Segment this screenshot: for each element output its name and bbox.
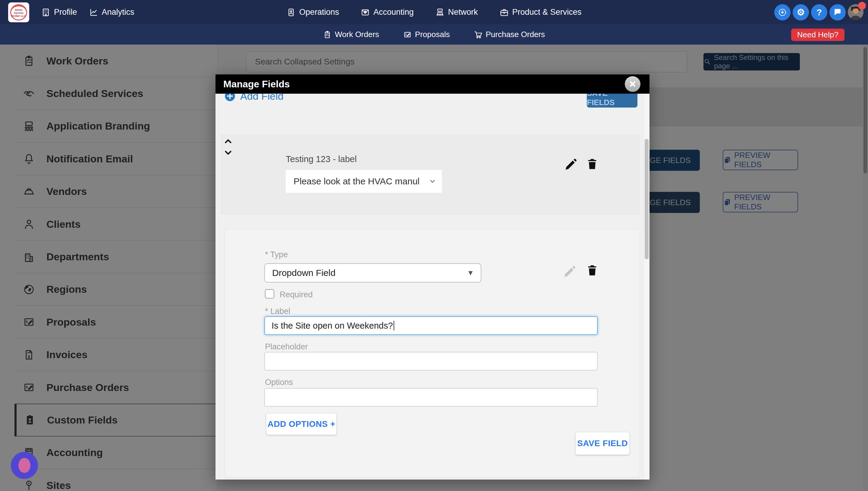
briefcase-icon [500,8,509,17]
placeholder-label: Placeholder [265,342,308,351]
field-editor-card: * Type Dropdown Field ▼ Required * Label… [225,229,640,477]
placeholder-input[interactable] [264,352,598,371]
type-select-value: Dropdown Field [272,268,335,278]
subnav-item-label: Purchase Orders [485,30,545,39]
pencil-icon [564,158,578,172]
nav-item-label: Accounting [373,7,414,17]
nav-item-profile[interactable]: Profile [41,7,77,17]
type-label: * Type [265,250,288,259]
nav-item-label: Network [448,7,478,17]
logo-line: Broker LLC [11,15,26,18]
chat-widget-icon [18,458,30,473]
nav-item-label: Profile [54,7,77,17]
modal-scrollbar[interactable] [643,94,649,480]
existing-field-dropdown-value: Please look at the HVAC manul [293,176,420,186]
add-field-label: Add Field [240,94,284,102]
save-fields-button[interactable]: SAVE FIELDS [587,94,638,108]
id-badge-icon [287,8,296,17]
org-chart-icon [436,8,445,17]
history-button[interactable] [774,4,790,21]
company-logo[interactable]: Demo Service Broker LLC [8,2,29,22]
close-button[interactable] [625,76,640,92]
settings-button[interactable]: ⚙ [793,4,809,21]
manage-fields-modal: Add Field SAVE FIELDS Testing 123 - labe… [216,75,649,480]
add-field-link[interactable]: Add Field [224,94,284,102]
type-select[interactable]: Dropdown Field ▼ [264,263,481,283]
need-help-label: Need Help? [797,30,838,39]
shopping-cart-icon [474,30,482,39]
edit-field-button[interactable] [564,158,578,172]
gear-icon: ⚙ [797,7,805,18]
nav-item-accounting[interactable]: Accounting [361,7,414,17]
clipboard-icon [323,30,332,39]
secondary-navbar: Work Orders Proposals Purchase Orders Ne… [0,24,868,45]
subnav-item-work-orders[interactable]: Work Orders [323,30,379,39]
existing-field-dropdown[interactable]: Please look at the HVAC manul [286,170,442,193]
required-checkbox[interactable] [265,289,274,298]
notification-dot [858,2,866,10]
label-input[interactable]: Is the Site open on Weekends? [264,316,598,335]
top-navbar: Demo Service Broker LLC Profile Analytic… [0,0,868,24]
save-field-button[interactable]: SAVE FIELD [576,432,629,455]
caret-down-icon: ▼ [467,269,474,277]
nav-item-label: Operations [299,7,339,17]
money-envelope-icon [361,8,370,17]
trash-icon [585,264,599,278]
subnav-item-proposals[interactable]: Proposals [403,30,450,39]
chevron-down-icon [428,177,437,185]
move-up-icon[interactable] [223,136,233,146]
trash-icon [585,157,599,171]
close-icon [629,80,637,88]
building-icon [41,8,50,17]
existing-field-label: Testing 123 - label [286,154,357,164]
options-input[interactable] [264,388,598,407]
chat-button[interactable] [830,4,846,21]
chat-widget-launcher[interactable] [11,452,38,479]
nav-item-label: Product & Services [512,7,582,17]
nav-item-analytics[interactable]: Analytics [89,7,134,17]
pencil-icon [562,265,576,279]
question-mark-icon: ? [816,7,822,18]
clock-download-icon [778,8,787,17]
chat-bubble-icon [833,8,842,17]
logo-line: Service [14,11,24,15]
modal-header: Manage Fields [216,75,649,94]
modal-scrollbar-thumb[interactable] [645,139,649,259]
move-down-icon[interactable] [223,148,233,158]
label-label: * Label [265,307,290,316]
document-pen-icon [403,30,412,39]
label-input-value: Is the Site open on Weekends? [272,321,393,331]
company-logo-ring: Demo Service Broker LLC [10,4,27,21]
nav-item-operations[interactable]: Operations [287,7,339,17]
delete-new-field-button[interactable] [585,264,599,278]
save-field-label: SAVE FIELD [577,439,628,448]
save-fields-label: SAVE FIELDS [587,94,638,107]
nav-item-network[interactable]: Network [436,7,478,17]
subnav-item-label: Work Orders [335,30,379,39]
subnav-item-purchase-orders[interactable]: Purchase Orders [474,30,545,39]
add-options-label: ADD OPTIONS + [267,419,335,429]
options-label: Options [265,378,293,387]
user-avatar[interactable] [848,4,864,21]
text-cursor [394,321,394,330]
delete-field-button[interactable] [585,157,599,171]
edit-field-button-disabled[interactable] [562,265,576,279]
line-chart-icon [89,8,98,17]
plus-circle-icon [224,94,236,102]
modal-body: Add Field SAVE FIELDS Testing 123 - labe… [216,94,649,480]
add-options-button[interactable]: ADD OPTIONS + [266,413,337,435]
existing-field-card: Testing 123 - label Please look at the H… [220,134,640,214]
need-help-button[interactable]: Need Help? [791,29,844,41]
logo-line: Demo [15,8,22,11]
subnav-item-label: Proposals [415,30,450,39]
nav-item-product-services[interactable]: Product & Services [500,7,582,17]
modal-title: Manage Fields [223,79,290,90]
nav-item-label: Analytics [102,7,134,17]
help-button[interactable]: ? [811,4,827,21]
required-label: Required [280,290,313,299]
